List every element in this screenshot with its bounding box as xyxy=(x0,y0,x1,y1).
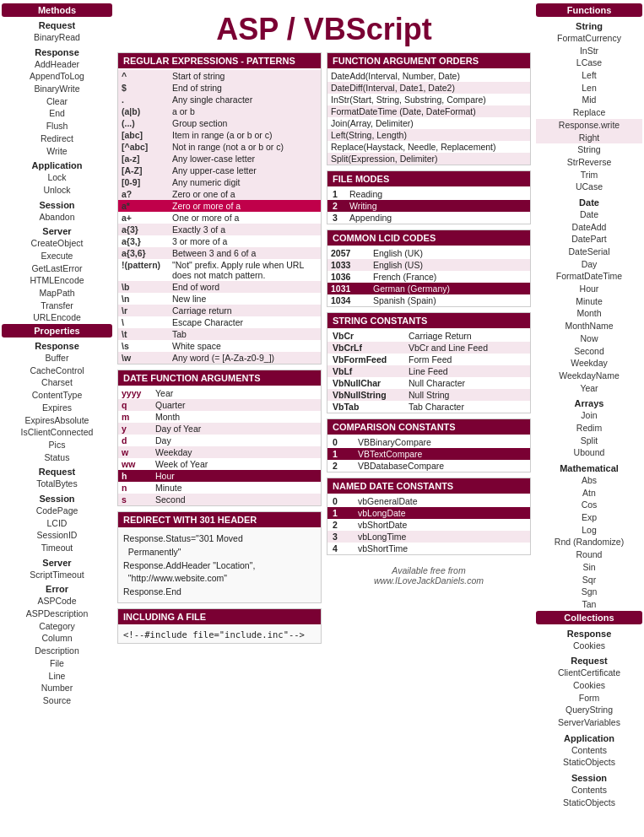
table-row: qQuarter xyxy=(118,399,321,411)
sidebar-item-transfer[interactable]: Transfer xyxy=(2,300,112,312)
sidebar-item-aspdescription[interactable]: ASPDescription xyxy=(2,608,112,620)
sidebar-item-htmlencode[interactable]: HTMLEncode xyxy=(2,274,112,287)
table-row: !(pattern) "Not" prefix. Apply rule when… xyxy=(118,259,321,281)
redirect-header: REDIRECT WITH 301 HEADER xyxy=(118,512,321,527)
table-row: a{3} Exactly 3 of a xyxy=(118,224,321,235)
table-row: yyyyYear xyxy=(118,387,321,399)
rs-label-math: Mathematical xyxy=(536,463,642,473)
sidebar-label-request2: Request xyxy=(2,467,112,477)
sidebar-item-file[interactable]: File xyxy=(2,657,112,670)
sidebar-item-description[interactable]: Description xyxy=(2,645,112,657)
regex-header: REGULAR EXPRESSIONS - PATTERNS xyxy=(118,53,321,68)
main-content: ASP / VBScript REGULAR EXPRESSIONS - PAT… xyxy=(114,0,534,812)
sidebar-item-appendtolog[interactable]: AppendToLog xyxy=(2,70,112,83)
sidebar-item-binarywrite[interactable]: BinaryWrite xyxy=(2,83,112,95)
func-args-table: DateAdd(Interval, Number, Date) DateDiff… xyxy=(327,70,530,165)
sidebar-item-charset[interactable]: Charset xyxy=(2,376,112,389)
sidebar-label-response2: Response xyxy=(2,341,112,351)
table-row: [abc] Item in range (a or b or c) xyxy=(118,129,321,141)
sidebar-item-contenttype[interactable]: ContentType xyxy=(2,389,112,402)
sidebar-item-end[interactable]: End xyxy=(2,107,112,120)
sidebar-item-category[interactable]: Category xyxy=(2,620,112,633)
sidebar-item-totalbytes[interactable]: TotalBytes xyxy=(2,478,112,490)
func-args-box: FUNCTION ARGUMENT ORDERS DateAdd(Interva… xyxy=(327,52,531,165)
table-row: VbNullStringNull String xyxy=(327,389,530,401)
sidebar-item-expiresabsolute[interactable]: ExpiresAbsolute xyxy=(2,414,112,427)
table-row: [0-9] Any numeric digit xyxy=(118,176,321,188)
table-row: hHour xyxy=(118,470,321,482)
sidebar-item-write[interactable]: Write xyxy=(2,145,112,158)
page-title: ASP / VBScript xyxy=(117,12,531,47)
properties-header: Properties xyxy=(2,324,112,338)
sidebar-item-clear[interactable]: Clear xyxy=(2,95,112,108)
sidebar-item-createobject[interactable]: CreateObject xyxy=(2,237,112,250)
table-row: VbCrLfVbCr and Line Feed xyxy=(327,342,530,354)
rs-label-response: Response xyxy=(536,629,642,639)
table-row: 1033English (US) xyxy=(327,259,530,271)
table-row: $ End of string xyxy=(118,82,321,94)
table-row: a? Zero or one of a xyxy=(118,188,321,200)
comparison-header: COMPARISON CONSTANTS xyxy=(327,419,530,435)
sidebar-item-addheader[interactable]: AddHeader xyxy=(2,58,112,71)
table-row: 0vbGeneralDate xyxy=(327,495,530,507)
sidebar-item-number[interactable]: Number xyxy=(2,682,112,694)
rs-label-request: Request xyxy=(536,656,642,666)
table-row: VbTabTab Character xyxy=(327,401,530,413)
file-modes-header: FILE MODES xyxy=(327,171,530,186)
sidebar-item-lock[interactable]: Lock xyxy=(2,171,112,184)
collections-header: Collections xyxy=(536,611,642,624)
sidebar-item-source[interactable]: Source xyxy=(2,694,112,707)
sidebar-item-status[interactable]: Status xyxy=(2,451,112,464)
sidebar-item-urlencode[interactable]: URLEncode xyxy=(2,311,112,324)
include-code: <!--#include file="include.inc"--> xyxy=(118,626,321,643)
sidebar-item-abandon[interactable]: Abandon xyxy=(2,211,112,224)
left-sidebar: Methods Request BinaryRead Response AddH… xyxy=(0,0,114,812)
table-row: a+ One or more of a xyxy=(118,212,321,224)
sidebar-item-sessionid[interactable]: SessionID xyxy=(2,529,112,542)
sidebar-item-isclientconnected[interactable]: IsClientConnected xyxy=(2,426,112,439)
table-row: \t Tab xyxy=(118,328,321,340)
sidebar-item-expires[interactable]: Expires xyxy=(2,402,112,414)
sidebar-item-buffer[interactable]: Buffer xyxy=(2,352,112,364)
sidebar-label-response: Response xyxy=(2,47,112,57)
table-row: yDay of Year xyxy=(118,423,321,435)
sidebar-item-codepage[interactable]: CodePage xyxy=(2,505,112,517)
sidebar-item-lcid[interactable]: LCID xyxy=(2,517,112,530)
table-row: FormatDateTime (Date, DateFormat) xyxy=(327,105,530,117)
table-row: wwWeek of Year xyxy=(118,458,321,470)
sidebar-item-timeout[interactable]: Timeout xyxy=(2,542,112,554)
footer-note: Available free from www.ILoveJackDaniels… xyxy=(327,560,531,591)
sidebar-item-scripttimeout[interactable]: ScriptTimeout xyxy=(2,569,112,581)
lcid-table: 2057English (UK) 1033English (US) 1036Fr… xyxy=(327,247,530,306)
sidebar-item-unlock[interactable]: Unlock xyxy=(2,184,112,197)
sidebar-item-getlasterror[interactable]: GetLastError xyxy=(2,262,112,275)
string-constants-header: STRING CONSTANTS xyxy=(327,313,530,328)
lcid-box: COMMON LCID CODES 2057English (UK) 1033E… xyxy=(327,230,531,307)
sidebar-item-binaryread[interactable]: BinaryRead xyxy=(2,31,112,44)
sidebar-item-pics[interactable]: Pics xyxy=(2,439,112,451)
table-row: mMonth xyxy=(118,411,321,423)
table-row: 3vbLongTime xyxy=(327,531,530,543)
sidebar-item-aspcode[interactable]: ASPCode xyxy=(2,595,112,608)
table-row: InStr(Start, String, Substring, Compare) xyxy=(327,94,530,105)
comp-table: 0VBBinaryCompare 1VBTextCompare 2VBDatab… xyxy=(327,436,530,472)
sidebar-item-redirect[interactable]: Redirect xyxy=(2,132,112,145)
sidebar-item-cachecontrol[interactable]: CacheControl xyxy=(2,364,112,377)
table-row: 1vbLongDate xyxy=(327,507,530,519)
sidebar-item-execute[interactable]: Execute xyxy=(2,250,112,262)
table-row: \r Carriage return xyxy=(118,305,321,316)
table-row: (a|b) a or b xyxy=(118,105,321,117)
table-row: a* Zero or more of a xyxy=(118,200,321,212)
table-row: a{3,} 3 or more of a xyxy=(118,235,321,247)
rs-label-session: Session xyxy=(536,773,642,783)
named-date-box: NAMED DATE CONSTANTS 0vbGeneralDate 1vbL… xyxy=(327,478,531,555)
sidebar-label-server: Server xyxy=(2,226,112,236)
sidebar-item-line[interactable]: Line xyxy=(2,670,112,683)
sidebar-item-mappath[interactable]: MapPath xyxy=(2,287,112,300)
sidebar-item-column[interactable]: Column xyxy=(2,632,112,645)
table-row: dDay xyxy=(118,435,321,446)
table-row: VbNullCharNull Character xyxy=(327,377,530,389)
table-row: 1Reading xyxy=(327,188,530,200)
sidebar-item-flush[interactable]: Flush xyxy=(2,120,112,132)
sidebar-label-error: Error xyxy=(2,584,112,594)
